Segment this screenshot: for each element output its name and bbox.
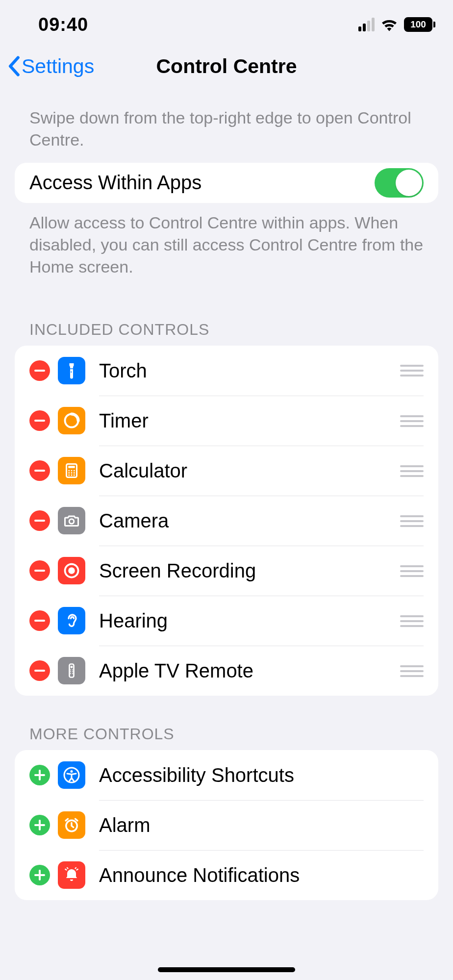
list-item-screen-recording[interactable]: Screen Recording bbox=[15, 546, 438, 596]
access-label: Access Within Apps bbox=[29, 172, 375, 194]
drag-handle[interactable] bbox=[400, 415, 424, 427]
minus-icon bbox=[34, 520, 45, 522]
drag-handle[interactable] bbox=[400, 515, 424, 527]
included-header: Included Controls bbox=[0, 321, 453, 346]
back-label: Settings bbox=[22, 55, 94, 78]
nav-bar: Settings Control Centre bbox=[0, 49, 453, 83]
svg-point-33 bbox=[70, 770, 73, 773]
svg-rect-35 bbox=[34, 824, 45, 826]
drag-handle[interactable] bbox=[400, 365, 424, 377]
item-label: Accessibility Shortcuts bbox=[99, 764, 424, 786]
announce-icon bbox=[58, 861, 85, 889]
intro-text: Swipe down from the top-right edge to op… bbox=[0, 83, 453, 163]
status-indicators: 100 bbox=[358, 17, 435, 32]
svg-rect-20 bbox=[34, 620, 45, 622]
camera-icon bbox=[58, 507, 85, 534]
svg-point-16 bbox=[69, 519, 74, 524]
item-label: Hearing bbox=[99, 610, 394, 632]
minus-icon bbox=[34, 570, 45, 572]
record-icon bbox=[58, 557, 85, 584]
svg-point-9 bbox=[68, 472, 70, 474]
remote-icon bbox=[58, 657, 85, 684]
minus-icon bbox=[34, 420, 45, 422]
home-indicator[interactable] bbox=[158, 967, 295, 972]
chevron-left-icon bbox=[7, 56, 21, 76]
list-item-apple-tv-remote[interactable]: Apple TV Remote bbox=[15, 646, 438, 696]
remove-button[interactable] bbox=[29, 560, 50, 581]
item-label: Torch bbox=[99, 360, 394, 382]
add-button[interactable] bbox=[29, 765, 50, 785]
access-toggle[interactable] bbox=[375, 168, 424, 198]
battery-icon: 100 bbox=[404, 17, 435, 32]
cellular-icon bbox=[358, 18, 375, 31]
svg-rect-21 bbox=[34, 670, 45, 672]
alarm-icon bbox=[58, 811, 85, 839]
drag-handle[interactable] bbox=[400, 665, 424, 677]
item-label: Camera bbox=[99, 510, 394, 532]
item-label: Announce Notifications bbox=[99, 864, 424, 886]
list-item-calculator[interactable]: Calculator bbox=[15, 446, 438, 496]
list-item-alarm[interactable]: Alarm bbox=[15, 800, 438, 850]
svg-rect-15 bbox=[34, 520, 45, 522]
drag-handle[interactable] bbox=[400, 615, 424, 627]
plus-icon bbox=[34, 820, 45, 830]
item-label: Alarm bbox=[99, 814, 424, 836]
add-button[interactable] bbox=[29, 865, 50, 885]
remove-button[interactable] bbox=[29, 510, 50, 531]
remove-button[interactable] bbox=[29, 410, 50, 431]
torch-icon bbox=[58, 357, 85, 384]
plus-icon bbox=[34, 770, 45, 780]
more-header: More Controls bbox=[0, 725, 453, 750]
svg-point-10 bbox=[71, 472, 73, 474]
svg-point-11 bbox=[74, 472, 75, 474]
wifi-icon bbox=[380, 18, 398, 31]
drag-handle[interactable] bbox=[400, 465, 424, 477]
accessibility-icon bbox=[58, 761, 85, 789]
plus-icon bbox=[34, 870, 45, 880]
add-button[interactable] bbox=[29, 815, 50, 835]
item-label: Calculator bbox=[99, 460, 394, 482]
battery-level: 100 bbox=[404, 17, 432, 32]
list-item-hearing[interactable]: Hearing bbox=[15, 596, 438, 646]
svg-point-19 bbox=[68, 568, 75, 575]
remove-button[interactable] bbox=[29, 660, 50, 681]
ear-icon bbox=[58, 607, 85, 634]
drag-handle[interactable] bbox=[400, 565, 424, 577]
list-item-announce-notifications[interactable]: Announce Notifications bbox=[15, 850, 438, 900]
svg-rect-0 bbox=[34, 370, 45, 372]
svg-rect-5 bbox=[68, 466, 75, 469]
list-item-accessibility-shortcuts[interactable]: Accessibility Shortcuts bbox=[15, 750, 438, 800]
access-footer: Allow access to Control Centre within ap… bbox=[0, 203, 453, 278]
svg-point-12 bbox=[68, 475, 70, 476]
more-list: Accessibility Shortcuts Alarm Announce N… bbox=[15, 750, 438, 900]
svg-point-14 bbox=[74, 475, 75, 476]
svg-rect-38 bbox=[34, 874, 45, 876]
access-within-apps-row[interactable]: Access Within Apps bbox=[15, 163, 438, 203]
access-card: Access Within Apps bbox=[15, 163, 438, 203]
back-button[interactable]: Settings bbox=[0, 55, 94, 78]
calculator-icon bbox=[58, 457, 85, 484]
svg-point-8 bbox=[74, 470, 75, 472]
svg-rect-17 bbox=[34, 570, 45, 572]
list-item-camera[interactable]: Camera bbox=[15, 496, 438, 546]
svg-point-29 bbox=[72, 673, 73, 674]
svg-point-25 bbox=[72, 670, 73, 671]
svg-rect-1 bbox=[34, 420, 45, 422]
svg-point-27 bbox=[72, 672, 73, 673]
list-item-torch[interactable]: Torch bbox=[15, 346, 438, 396]
minus-icon bbox=[34, 670, 45, 672]
list-item-timer[interactable]: Timer bbox=[15, 396, 438, 446]
remove-button[interactable] bbox=[29, 460, 50, 481]
svg-point-7 bbox=[71, 470, 73, 472]
remove-button[interactable] bbox=[29, 360, 50, 381]
item-label: Screen Recording bbox=[99, 560, 394, 582]
svg-point-13 bbox=[71, 475, 73, 476]
item-label: Timer bbox=[99, 410, 394, 432]
svg-rect-31 bbox=[34, 774, 45, 776]
status-time: 09:40 bbox=[38, 14, 88, 35]
included-list: Torch Timer Calculator bbox=[15, 346, 438, 696]
status-bar: 09:40 100 bbox=[0, 0, 453, 49]
svg-point-24 bbox=[70, 670, 71, 671]
remove-button[interactable] bbox=[29, 610, 50, 631]
svg-point-26 bbox=[70, 672, 71, 673]
